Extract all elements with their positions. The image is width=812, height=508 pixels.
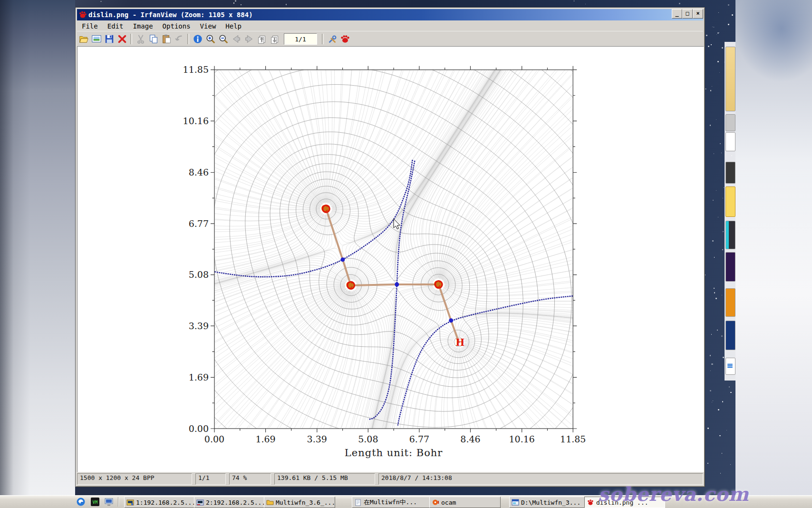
svg-text:5.08: 5.08 [189, 269, 209, 280]
quick-launch-browser-icon[interactable] [76, 497, 86, 507]
first-page-button[interactable] [255, 33, 268, 45]
sidebar-tile[interactable] [725, 132, 735, 151]
taskbar-button-label: 1:192.168.2.5... [136, 499, 195, 506]
desktop-right-blur [735, 0, 812, 508]
open-button[interactable] [77, 33, 90, 45]
title-bar[interactable]: dislin.png - IrfanView (Zoom: 1105 x 884… [77, 9, 703, 20]
menu-image[interactable]: Image [128, 21, 157, 31]
taskbar-button-explorer[interactable]: D:\Multiwfn_3... [509, 497, 585, 508]
taskbar-button-ocam[interactable]: ocam [429, 497, 501, 508]
close-button[interactable]: × [693, 9, 703, 19]
dislin-contour-plot: CCCH0.000.001.691.693.393.395.085.086.77… [77, 47, 704, 472]
svg-text:10.16: 10.16 [183, 116, 209, 126]
zoom-out-button[interactable] [217, 33, 230, 45]
sidebar-tile[interactable] [725, 47, 735, 111]
zoom-in-button[interactable] [204, 33, 217, 45]
svg-text:3.39: 3.39 [307, 434, 327, 444]
sidebar-tile[interactable] [725, 288, 735, 317]
svg-text:6.77: 6.77 [409, 434, 429, 444]
taskbar-button-label: ocam [441, 499, 456, 506]
svg-text:C: C [321, 204, 328, 214]
toolbar [77, 31, 703, 47]
taskbar-button-label: Multiwfn_3.6_... [276, 499, 335, 506]
window-icon [512, 498, 519, 506]
irfanview-paw-icon [587, 498, 594, 506]
svg-text:H: H [455, 337, 464, 348]
svg-text:5.08: 5.08 [358, 434, 378, 444]
ocam-icon [432, 498, 439, 506]
taskbar-button-notepad[interactable]: 在Multiwfn中... [352, 497, 431, 508]
maximize-button[interactable]: □ [682, 9, 693, 19]
sidebar-tile[interactable] [725, 186, 735, 217]
svg-text:C: C [434, 279, 441, 289]
svg-text:0.00: 0.00 [204, 434, 224, 444]
svg-text:11.85: 11.85 [560, 434, 586, 444]
toolbar-separator [130, 34, 132, 44]
previous-image-button[interactable] [230, 33, 242, 45]
taskbar-button-label: D:\Multiwfn_3... [521, 499, 580, 506]
svg-text:0.00: 0.00 [189, 423, 209, 434]
watermark: sobereva.com [598, 483, 749, 505]
undo-button[interactable] [173, 33, 185, 45]
status-page-index: 1/1 [195, 473, 226, 485]
sidebar-tile[interactable] [725, 321, 735, 350]
menu-bar: File Edit Image Options View Help [77, 21, 703, 31]
svg-text:3.39: 3.39 [189, 321, 209, 331]
svg-text:8.46: 8.46 [189, 167, 209, 177]
menu-edit[interactable]: Edit [103, 21, 128, 31]
taskbar-button-folder[interactable]: Multiwfn_3.6_... [264, 497, 335, 508]
svg-text:1.69: 1.69 [255, 434, 275, 444]
desktop-left-edge [0, 0, 75, 508]
copy-button[interactable] [147, 33, 160, 45]
toolbar-separator [322, 34, 324, 44]
sidebar-tile[interactable] [725, 162, 735, 184]
info-button[interactable] [191, 33, 204, 45]
svg-text:1.69: 1.69 [189, 372, 209, 382]
menu-file[interactable]: File [77, 21, 103, 31]
taskbar-button-label: 2:192.168.2.5... [206, 499, 265, 506]
next-image-button[interactable] [242, 33, 255, 45]
quick-launch-vm-icon[interactable]: VM [90, 497, 100, 507]
svg-text:C: C [346, 280, 353, 290]
window-title: dislin.png - IrfanView (Zoom: 1105 x 884… [88, 11, 253, 19]
taskbar-button-label: 在Multiwfn中... [364, 498, 417, 507]
terminal-icon [126, 498, 134, 506]
irfanview-paw-button[interactable] [338, 33, 351, 45]
svg-text:10.16: 10.16 [509, 434, 534, 444]
taskbar-button-ssh2[interactable]: 2:192.168.2.5... [194, 497, 265, 508]
taskbar-separator [118, 497, 119, 507]
status-zoom-percent: 74 % [229, 473, 271, 485]
menu-view[interactable]: View [195, 21, 221, 31]
last-page-button[interactable] [268, 33, 281, 45]
paste-button[interactable] [160, 33, 173, 45]
taskbar-button-ssh1[interactable]: 1:192.168.2.5... [124, 497, 195, 508]
svg-text:8.46: 8.46 [460, 434, 480, 444]
notepad-icon [354, 498, 362, 506]
irfanview-app-icon [79, 11, 87, 19]
terminal-icon [196, 498, 204, 506]
save-button[interactable] [103, 33, 116, 45]
svg-text:Length unit: Bohr: Length unit: Bohr [345, 447, 443, 459]
sidebar-tile[interactable] [725, 252, 735, 282]
minimize-button[interactable]: _ [672, 9, 682, 19]
menu-help[interactable]: Help [221, 21, 246, 31]
folder-icon [266, 498, 274, 506]
sidebar-tile[interactable] [725, 114, 735, 131]
toolbar-separator [187, 34, 189, 44]
cut-button[interactable] [134, 33, 147, 45]
page-number-field[interactable] [284, 33, 317, 45]
desktop-sidebar-strip [725, 42, 735, 381]
delete-button[interactable] [116, 33, 128, 45]
status-image-dimensions: 1500 x 1200 x 24 BPP [77, 473, 192, 485]
slideshow-button[interactable] [90, 33, 103, 45]
svg-text:6.77: 6.77 [189, 218, 209, 229]
svg-text:11.85: 11.85 [183, 64, 209, 75]
status-file-size: 139.61 KB / 5.15 MB [274, 473, 375, 485]
sidebar-list-icon[interactable] [725, 358, 735, 375]
properties-button[interactable] [326, 33, 338, 45]
quick-launch-desktop-icon[interactable] [104, 497, 114, 507]
sidebar-tile[interactable] [725, 221, 735, 249]
image-canvas[interactable]: CCCH0.000.001.691.693.393.395.085.086.77… [77, 46, 704, 472]
irfanview-window: dislin.png - IrfanView (Zoom: 1105 x 884… [75, 7, 705, 487]
menu-options[interactable]: Options [158, 21, 195, 31]
